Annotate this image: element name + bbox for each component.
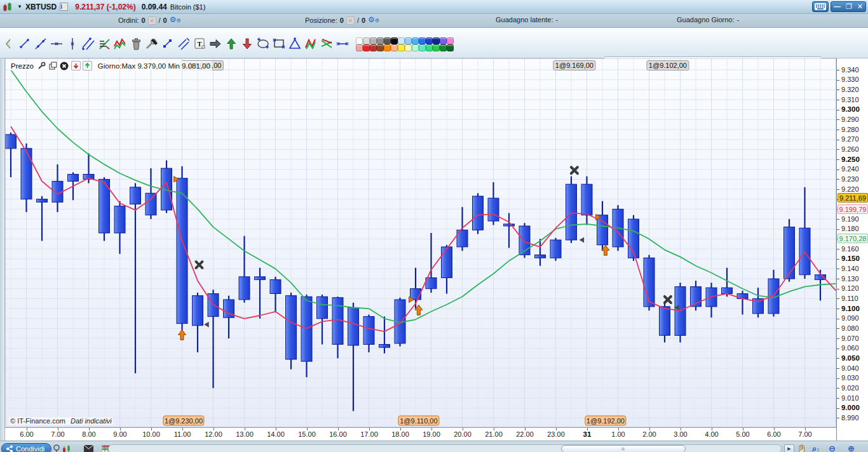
close-position-icon[interactable]: ✕ [346,17,355,25]
color-swatch[interactable] [363,44,370,51]
cascade-windows-icon[interactable] [48,61,58,70]
ellipse-shape-icon[interactable] [255,36,271,52]
close-panel-icon[interactable] [60,61,69,70]
color-swatch[interactable] [398,37,405,44]
move-panel-down-icon[interactable] [71,61,81,70]
svg-text:T: T [197,40,202,48]
color-swatch[interactable] [433,44,440,51]
color-swatch[interactable] [447,37,454,44]
delete-drawings-icon[interactable] [128,36,144,52]
color-swatch[interactable] [405,37,412,44]
price-label: 9.310 [841,96,868,103]
collapse-tools-icon[interactable] [1,36,17,52]
price-tick [837,309,839,309]
price-tick [837,189,839,190]
zigzag-pattern-icon[interactable] [303,36,318,52]
color-swatch[interactable] [370,44,377,51]
svg-text:1@9.192,00: 1@9.192,00 [587,417,625,425]
time-label: 12.00 [200,430,227,438]
color-swatch[interactable] [377,37,384,44]
scrollbar-thumb[interactable]: ≡ [561,445,686,452]
time-axis[interactable]: 6.007.008.009.0010.0011.0012.0013.0014.0… [5,427,836,441]
text-note-icon[interactable]: T [192,36,207,52]
restore-button[interactable]: ❐ [846,2,852,11]
share-button[interactable]: Condividi [1,443,51,452]
horizontal-line-icon[interactable] [49,36,64,52]
zoom-in-icon[interactable]: ⊕ [848,444,855,452]
color-swatch[interactable] [405,44,412,51]
color-swatch[interactable] [384,37,391,44]
color-swatch[interactable] [426,37,433,44]
color-swatch[interactable] [419,37,426,44]
color-swatch[interactable] [419,44,426,51]
scroll-right-button[interactable]: ▶ [784,444,794,452]
rectangle-shape-icon[interactable] [271,36,287,52]
price-tick [837,349,839,349]
color-swatch[interactable] [398,44,405,51]
color-swatch[interactable] [412,44,419,51]
indicator-levels-icon[interactable] [97,36,112,52]
color-swatch[interactable] [356,44,363,51]
vertical-line-icon[interactable] [65,36,80,52]
close-button[interactable]: ✕ [857,2,863,11]
time-label: 6.00 [760,430,788,438]
pan-hand-icon[interactable] [796,444,807,452]
price-tick [837,269,839,269]
instrument-info-button[interactable]: i [60,3,68,11]
orders-settings-icon[interactable]: ⚙⚙ [170,16,181,25]
wrench-icon[interactable] [37,61,46,70]
chart-scrollbar[interactable]: ≡ [108,444,782,452]
color-swatch[interactable] [412,37,419,44]
zoom-out-icon[interactable]: ⊖ [829,444,836,452]
price-chart[interactable]: 1@9.085,001@9.169,001@9.102,001@9.230,00… [5,58,836,427]
keyboard-icon[interactable] [812,1,829,12]
wedge-pattern-icon[interactable] [319,36,334,52]
price-label: 9.130 [841,275,868,282]
color-swatch[interactable] [440,44,447,51]
zoom-fit-icon[interactable]: ⌕↕ [812,444,819,452]
color-swatch[interactable] [426,44,433,51]
arrow-down-sell-icon[interactable] [240,36,255,52]
candlestick-panel-icon[interactable] [61,444,72,452]
position-settings-icon[interactable]: ⚙⚙ [368,16,379,25]
instrument-dropdown-icon[interactable]: ▼ [17,4,22,10]
trend-line-icon[interactable] [33,36,48,52]
color-swatch[interactable] [363,37,370,44]
price-label: 9.030 [841,374,868,382]
email-report-icon[interactable] [83,444,94,452]
cancel-orders-icon[interactable]: ✕ [148,17,156,25]
zigzag-indicator-icon[interactable] [112,36,128,52]
color-swatch[interactable] [440,37,447,44]
parallel-channel-icon[interactable] [81,36,96,52]
color-swatch[interactable] [433,37,440,44]
drawing-settings-icon[interactable] [144,36,159,52]
daily-pnl: Guadagno Giorno:- [677,16,739,23]
price-label: 9.280 [841,126,868,133]
parallel-lines-icon[interactable] [176,36,191,52]
chart-plot[interactable]: 1@9.085,001@9.169,001@9.102,001@9.230,00… [5,58,836,427]
short-segment-icon[interactable] [160,36,175,52]
candle-body [442,247,452,278]
color-swatch[interactable] [447,44,454,51]
trend-segment-icon[interactable] [17,36,32,52]
horizontal-segment-icon[interactable] [335,36,350,52]
color-swatch[interactable] [356,37,363,44]
color-swatch[interactable] [391,37,398,44]
instrument-symbol[interactable]: XBTUSD [25,3,57,11]
candle-body [488,198,499,221]
color-swatch[interactable] [391,44,398,51]
price-axis[interactable]: 9.3409.3309.3209.3109.3009.2909.2809.270… [836,58,868,441]
color-swatch[interactable] [384,44,391,51]
minimize-button[interactable]: — [834,2,841,11]
time-label: 6.00 [13,430,41,438]
price-label: 9.140 [841,265,868,272]
triangle-shape-icon[interactable] [287,36,302,52]
price-tick [837,70,839,70]
move-panel-up-icon[interactable] [83,61,92,70]
arrow-right-icon[interactable] [208,36,223,52]
chart-panel-header: Prezzo Giorno:Max 9.379,00 Min 9.081,00 [9,61,212,70]
candle-body [535,255,546,258]
color-swatch[interactable] [377,44,384,51]
arrow-up-buy-icon[interactable] [224,36,239,52]
color-swatch[interactable] [370,37,377,44]
